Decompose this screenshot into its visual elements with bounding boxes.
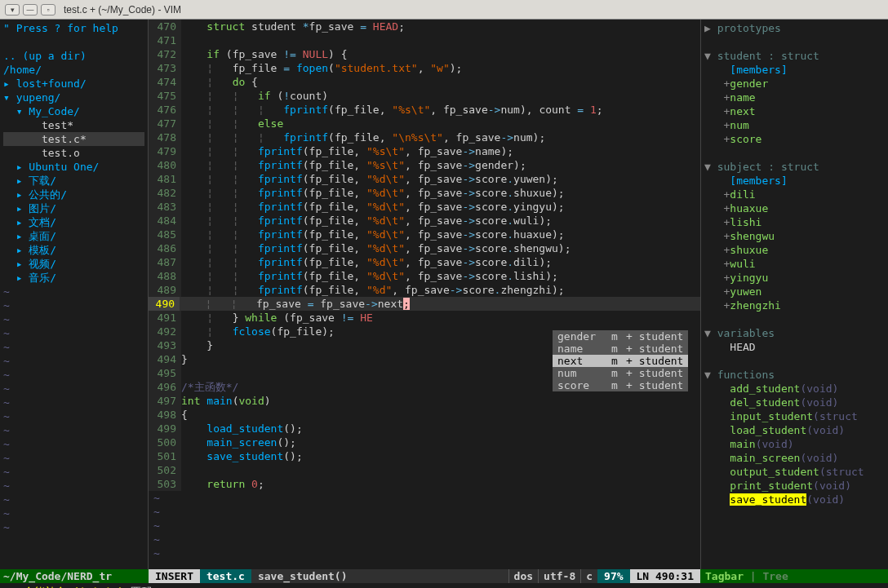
code-line[interactable]: 500 main_screen(); bbox=[149, 435, 700, 449]
tagbar-function[interactable]: output_student(struct bbox=[704, 465, 885, 479]
tagbar-item[interactable]: +huaxue bbox=[704, 201, 885, 215]
code-line[interactable]: 501 save_student(); bbox=[149, 449, 700, 463]
tagbar-function[interactable]: add_student(void) bbox=[704, 382, 885, 396]
code-line[interactable]: 484 ¦ ¦ fprintf(fp_file, "%d\t", fp_save… bbox=[149, 214, 700, 228]
nerdtree-item[interactable]: ▾ My_Code/ bbox=[3, 104, 144, 118]
code-line[interactable]: 503 return 0; bbox=[149, 477, 700, 491]
nerdtree-item[interactable]: ▸ 视频/ bbox=[3, 257, 144, 271]
tagbar-section[interactable]: ▼ student : struct bbox=[704, 49, 885, 63]
nerdtree-item[interactable]: ▾ yupeng/ bbox=[3, 91, 144, 104]
status-file: test.c bbox=[200, 569, 251, 583]
nerdtree-item[interactable]: ▸ 桌面/ bbox=[3, 229, 144, 243]
status-percent: 97% bbox=[597, 569, 629, 583]
tagbar-function[interactable]: main_screen(void) bbox=[704, 451, 885, 465]
tagbar-pane[interactable]: ▶ prototypes ▼ student : struct [members… bbox=[700, 20, 888, 569]
completion-item[interactable]: nextm+ student bbox=[553, 355, 688, 367]
nerdtree-item[interactable]: ▸ 图片/ bbox=[3, 201, 144, 215]
nerdtree-pane[interactable]: " Press ? for help .. (up a dir) /home/ … bbox=[0, 20, 149, 569]
status-left: ~/My_Code/NERD_tr bbox=[0, 569, 149, 583]
tagbar-section[interactable]: ▶ prototypes bbox=[704, 21, 885, 35]
completion-item[interactable]: numm+ student bbox=[553, 367, 688, 379]
code-line[interactable]: 498{ bbox=[149, 408, 700, 422]
tagbar-section[interactable]: ▼ variables bbox=[704, 326, 885, 340]
code-line[interactable]: 502 bbox=[149, 463, 700, 477]
tagbar-item[interactable]: +name bbox=[704, 91, 885, 104]
completion-item[interactable]: genderm+ student bbox=[553, 330, 688, 343]
window-title: test.c + (~/My_Code) - VIM bbox=[64, 4, 181, 15]
code-line[interactable]: 473 ¦ fp_file = fopen("student.txt", "w"… bbox=[149, 61, 700, 75]
maximize-icon[interactable]: ▫ bbox=[41, 4, 56, 15]
tagbar-section[interactable]: ▼ subject : struct bbox=[704, 160, 885, 174]
completion-popup[interactable]: genderm+ studentnamem+ studentnextm+ stu… bbox=[553, 330, 688, 391]
code-line[interactable]: 474 ¦ do { bbox=[149, 75, 700, 89]
tagbar-item[interactable]: +gender bbox=[704, 77, 885, 91]
editor-pane[interactable]: 470 struct student *fp_save = HEAD;47147… bbox=[149, 20, 700, 569]
nerdtree-item[interactable]: ▸ 下载/ bbox=[3, 174, 144, 188]
nerdtree-root[interactable]: /home/ bbox=[3, 63, 144, 77]
nerdtree-item[interactable]: ▸ 模板/ bbox=[3, 243, 144, 257]
code-line[interactable]: 475 ¦ ¦ if (!count) bbox=[149, 89, 700, 103]
code-line[interactable]: 476 ¦ ¦ ¦ fprintf(fp_file, "%s\t", fp_sa… bbox=[149, 103, 700, 117]
code-line[interactable]: 480 ¦ ¦ fprintf(fp_file, "%s\t", fp_save… bbox=[149, 158, 700, 172]
code-line[interactable]: 479 ¦ ¦ fprintf(fp_file, "%s\t", fp_save… bbox=[149, 144, 700, 158]
code-line[interactable]: 471 bbox=[149, 33, 700, 47]
tagbar-function[interactable]: save_student(void) bbox=[704, 493, 885, 506]
code-line[interactable]: 470 struct student *fp_save = HEAD; bbox=[149, 20, 700, 33]
command-line: -- 全能补全 (^O^N^P) 匹配 3 / 5 bbox=[0, 583, 888, 588]
minimize-icon[interactable]: — bbox=[23, 4, 38, 15]
tagbar-item[interactable]: +lishi bbox=[704, 215, 885, 229]
tagbar-item[interactable]: +yingyu bbox=[704, 271, 885, 285]
tagbar-function[interactable]: main(void) bbox=[704, 437, 885, 451]
tagbar-item[interactable]: +dili bbox=[704, 188, 885, 201]
nerdtree-item[interactable]: ▸ Ubuntu One/ bbox=[3, 160, 144, 174]
nerdtree-item[interactable]: ▸ lost+found/ bbox=[3, 77, 144, 91]
status-filetype: c bbox=[580, 569, 597, 583]
status-fileformat: dos bbox=[508, 569, 538, 583]
nerdtree-item[interactable]: test* bbox=[3, 118, 144, 132]
completion-item[interactable]: namem+ student bbox=[553, 343, 688, 355]
nerdtree-help: " Press ? for help bbox=[3, 21, 144, 35]
code-line[interactable]: 478 ¦ ¦ ¦ fprintf(fp_file, "\n%s\t", fp_… bbox=[149, 130, 700, 144]
code-line[interactable]: 497int main(void) bbox=[149, 394, 700, 408]
code-line[interactable]: 481 ¦ ¦ fprintf(fp_file, "%d\t", fp_save… bbox=[149, 172, 700, 186]
code-line[interactable]: 487 ¦ ¦ fprintf(fp_file, "%d\t", fp_save… bbox=[149, 255, 700, 269]
status-mode: INSERT bbox=[149, 569, 200, 583]
tagbar-function[interactable]: load_student(void) bbox=[704, 423, 885, 437]
tagbar-item[interactable]: +wuli bbox=[704, 257, 885, 271]
code-line[interactable]: 491 ¦ } while (fp_save != HE bbox=[149, 311, 700, 325]
code-line[interactable]: 482 ¦ ¦ fprintf(fp_file, "%d\t", fp_save… bbox=[149, 186, 700, 200]
status-func: save_student() bbox=[251, 569, 508, 583]
status-position: LN 490:31 bbox=[630, 569, 700, 583]
code-line[interactable]: 485 ¦ ¦ fprintf(fp_file, "%d\t", fp_save… bbox=[149, 228, 700, 241]
window-titlebar: ▾ — ▫ test.c + (~/My_Code) - VIM bbox=[0, 0, 888, 20]
tagbar-function[interactable]: print_student(void) bbox=[704, 479, 885, 493]
tagbar-function[interactable]: input_student(struct bbox=[704, 409, 885, 423]
code-line[interactable]: 486 ¦ ¦ fprintf(fp_file, "%d\t", fp_save… bbox=[149, 241, 700, 255]
code-line[interactable]: 477 ¦ ¦ else bbox=[149, 117, 700, 130]
tagbar-item[interactable]: +shuxue bbox=[704, 243, 885, 257]
nerdtree-item[interactable]: ▸ 文档/ bbox=[3, 215, 144, 229]
nerdtree-updir[interactable]: .. (up a dir) bbox=[3, 49, 144, 63]
tagbar-item[interactable]: +next bbox=[704, 104, 885, 118]
nerdtree-item[interactable]: ▸ 音乐/ bbox=[3, 271, 144, 285]
code-line[interactable]: 490 ¦ ¦ fp_save = fp_save->next; bbox=[149, 297, 700, 311]
tagbar-item[interactable]: +score bbox=[704, 132, 885, 146]
tagbar-function[interactable]: del_student(void) bbox=[704, 396, 885, 409]
code-line[interactable]: 499 load_student(); bbox=[149, 422, 700, 435]
completion-item[interactable]: scorem+ student bbox=[553, 379, 688, 391]
code-line[interactable]: 472 if (fp_save != NULL) { bbox=[149, 47, 700, 61]
nerdtree-item[interactable]: test.o bbox=[3, 146, 144, 160]
code-line[interactable]: 483 ¦ ¦ fprintf(fp_file, "%d\t", fp_save… bbox=[149, 200, 700, 214]
tagbar-item[interactable]: +num bbox=[704, 118, 885, 132]
nerdtree-item[interactable]: test.c* bbox=[3, 132, 144, 146]
code-line[interactable]: 488 ¦ ¦ fprintf(fp_file, "%d\t", fp_save… bbox=[149, 269, 700, 283]
tagbar-section[interactable]: ▼ functions bbox=[704, 368, 885, 382]
tagbar-item[interactable]: +shengwu bbox=[704, 229, 885, 243]
tagbar-item[interactable]: +zhengzhi bbox=[704, 298, 885, 312]
code-line[interactable]: 489 ¦ ¦ fprintf(fp_file, "%d", fp_save->… bbox=[149, 283, 700, 297]
window-menu-icon[interactable]: ▾ bbox=[5, 4, 20, 15]
status-bar: ~/My_Code/NERD_tr INSERT test.c save_stu… bbox=[0, 569, 888, 583]
tagbar-item[interactable]: +yuwen bbox=[704, 285, 885, 298]
nerdtree-item[interactable]: ▸ 公共的/ bbox=[3, 188, 144, 201]
tagbar-item[interactable]: HEAD bbox=[704, 340, 885, 354]
